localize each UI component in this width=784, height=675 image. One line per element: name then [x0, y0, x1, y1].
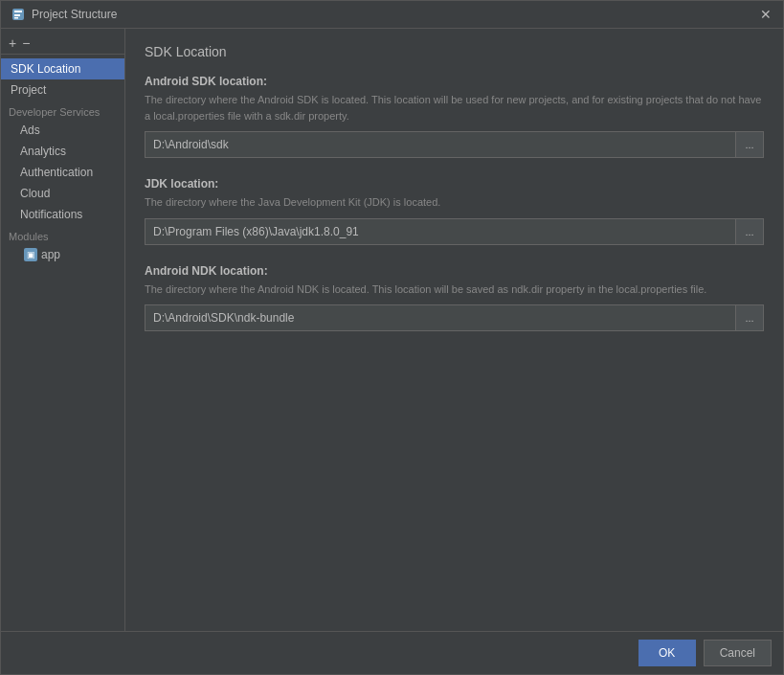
sidebar-category-developer-services: Developer Services	[1, 101, 124, 120]
sidebar: + − SDK Location Project Developer Servi…	[1, 29, 125, 631]
dialog-title: Project Structure	[32, 8, 117, 21]
jdk-input-row: ...	[145, 218, 764, 245]
android-sdk-input[interactable]	[145, 131, 735, 158]
sidebar-item-ads[interactable]: Ads	[1, 120, 124, 141]
page-title: SDK Location	[145, 44, 764, 59]
sidebar-item-project[interactable]: Project	[1, 79, 124, 101]
jdk-desc: The directory where the Java Development…	[145, 194, 764, 211]
add-button[interactable]: +	[9, 36, 16, 50]
android-ndk-input[interactable]	[145, 304, 735, 331]
svg-rect-1	[14, 11, 22, 12]
sidebar-item-authentication[interactable]: Authentication	[1, 162, 124, 183]
dialog-footer: OK Cancel	[1, 631, 783, 674]
sidebar-category-modules: Modules	[1, 225, 124, 244]
remove-button[interactable]: −	[22, 36, 30, 50]
jdk-browse-button[interactable]: ...	[735, 218, 764, 245]
dialog-icon	[11, 7, 26, 22]
project-structure-dialog: Project Structure ✕ + − SDK Location Pro…	[0, 0, 784, 675]
dialog-body: + − SDK Location Project Developer Servi…	[1, 29, 783, 631]
jdk-input[interactable]	[145, 218, 735, 245]
sidebar-item-app[interactable]: ▣ app	[1, 244, 124, 265]
android-sdk-input-row: ...	[145, 131, 764, 158]
title-bar-left: Project Structure	[11, 7, 117, 22]
title-bar: Project Structure ✕	[1, 1, 783, 29]
android-sdk-section: Android SDK location: The directory wher…	[145, 75, 764, 158]
main-content: SDK Location Android SDK location: The d…	[125, 29, 783, 631]
cancel-button[interactable]: Cancel	[704, 640, 772, 666]
svg-rect-2	[14, 14, 20, 16]
sidebar-item-cloud[interactable]: Cloud	[1, 183, 124, 204]
sidebar-item-notifications[interactable]: Notifications	[1, 204, 124, 225]
jdk-title: JDK location:	[145, 177, 764, 191]
ok-button[interactable]: OK	[638, 640, 696, 666]
sidebar-item-sdk-location[interactable]: SDK Location	[1, 58, 124, 79]
sidebar-item-analytics[interactable]: Analytics	[1, 141, 124, 162]
jdk-section: JDK location: The directory where the Ja…	[145, 177, 764, 245]
android-ndk-input-row: ...	[145, 304, 764, 331]
android-ndk-browse-button[interactable]: ...	[735, 304, 764, 331]
module-icon: ▣	[24, 248, 37, 261]
android-sdk-desc: The directory where the Android SDK is l…	[145, 92, 764, 124]
svg-rect-3	[14, 17, 18, 19]
close-button[interactable]: ✕	[758, 7, 773, 22]
android-ndk-section: Android NDK location: The directory wher…	[145, 264, 764, 332]
android-sdk-browse-button[interactable]: ...	[735, 131, 764, 158]
android-sdk-title: Android SDK location:	[145, 75, 764, 88]
sidebar-toolbar: + −	[1, 33, 124, 55]
android-ndk-title: Android NDK location:	[145, 264, 764, 278]
android-ndk-desc: The directory where the Android NDK is l…	[145, 281, 764, 298]
